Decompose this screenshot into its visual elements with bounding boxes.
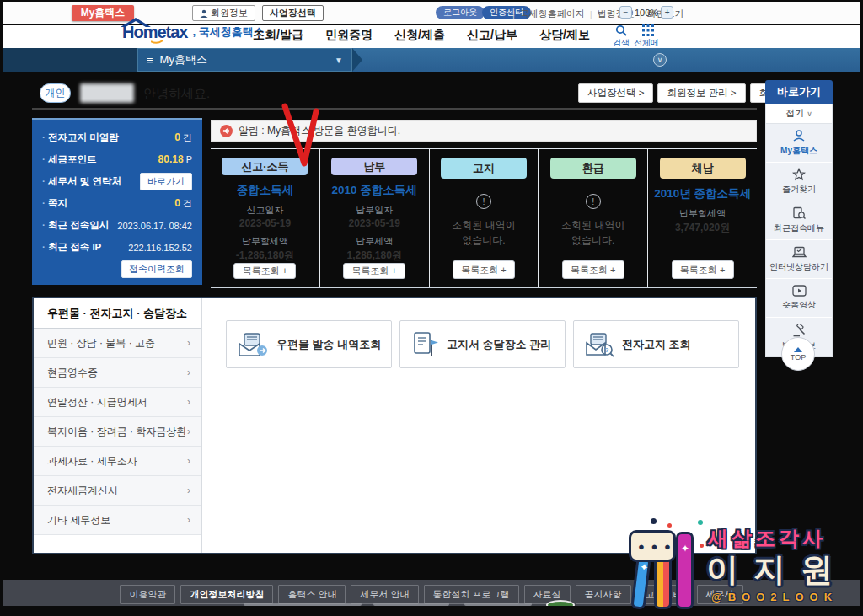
watermark-line2: 이지원 bbox=[706, 549, 848, 592]
tab-tax-data-audit[interactable]: 과세자료 · 세무조사› bbox=[34, 447, 201, 476]
quickbar-item-my-hometax[interactable]: My홈택스 bbox=[766, 124, 832, 163]
login-history-button[interactable]: 접속이력조회 bbox=[121, 260, 192, 278]
footer-tax-office-guide-button[interactable]: 세무서 안내 bbox=[351, 585, 418, 604]
nav-civil-cert[interactable]: 민원증명 bbox=[325, 28, 373, 43]
footer-hometax-guide-button[interactable]: 홈택스 안내 bbox=[278, 585, 346, 604]
stat-row-messages: 쪽지 0 건 bbox=[42, 194, 192, 212]
chevron-right-icon: › bbox=[187, 485, 190, 496]
house-roof-icon bbox=[119, 16, 158, 28]
search-button[interactable]: 검색 bbox=[607, 24, 635, 49]
card-badge[interactable]: 납부 bbox=[331, 158, 417, 175]
nav-report-pay[interactable]: 신고/납부 bbox=[467, 28, 517, 43]
watermark-speech-bubble: ● ● ● bbox=[629, 530, 676, 562]
chevron-right-icon: › bbox=[187, 455, 190, 467]
person-icon bbox=[792, 129, 806, 142]
watermark-line3: @BOO2LOOK bbox=[711, 591, 838, 603]
tab-mail-enotice-delivery[interactable]: 우편물 · 전자고지 · 송달장소 bbox=[34, 298, 201, 329]
list-inquiry-button[interactable]: 목록조회 + bbox=[562, 260, 624, 279]
zoom-in-button[interactable]: + bbox=[661, 6, 673, 19]
card-badge[interactable]: 고지 bbox=[441, 158, 527, 179]
user-type-badge: 개인 bbox=[40, 83, 71, 103]
nav-consult-report[interactable]: 상담/제보 bbox=[539, 28, 590, 43]
stat-row-tax-points: 세금포인트 80.18 P bbox=[42, 150, 192, 169]
quickbar-collapse-button[interactable]: 접기 ∨ bbox=[765, 104, 833, 124]
video-play-icon bbox=[792, 285, 807, 297]
list-inquiry-button[interactable]: 목록조회 + bbox=[343, 263, 405, 279]
card-title[interactable]: 2010년 종합소득세 bbox=[654, 186, 751, 201]
arrow-up-icon bbox=[794, 347, 802, 352]
nav-apply-submit[interactable]: 신청/제출 bbox=[394, 28, 445, 43]
recent-menu-icon bbox=[792, 206, 806, 220]
empty-message: 조회된 내역이 없습니다. bbox=[555, 217, 631, 248]
mail-send-icon bbox=[238, 332, 268, 357]
quickbar-item-short-video[interactable]: 숏폼영상 bbox=[766, 279, 832, 318]
global-nav: 조회/발급 민원증명 신청/제출 신고/납부 상담/제보 bbox=[253, 28, 590, 43]
stat-row-last-login: 최근 접속일시 2023.06.17. 08:42 bbox=[42, 217, 192, 235]
logout-button[interactable]: 로그아웃 bbox=[436, 6, 485, 19]
subnav-expand-icon[interactable]: ∨ bbox=[653, 53, 667, 67]
list-inquiry-button[interactable]: 목록조회 + bbox=[672, 260, 734, 279]
footer-notice-button[interactable]: 공지사항 bbox=[576, 585, 631, 604]
mail-section-menu: 우편물 · 전자고지 · 송달장소 민원 · 상담 · 불복 · 고충› 현금영… bbox=[34, 298, 202, 553]
quickbar-item-recent-menu[interactable]: 최근접속메뉴 bbox=[766, 201, 832, 240]
tab-e-tax-invoice[interactable]: 전자세금계산서› bbox=[34, 476, 201, 506]
card-badge[interactable]: 환급 bbox=[550, 158, 636, 179]
list-inquiry-button[interactable]: 목록조회 + bbox=[233, 263, 296, 279]
scroll-top-button[interactable]: TOP bbox=[781, 337, 815, 371]
card-delinquency: 체납 2010년 종합소득세 납부할세액 3,747,020원 목록조회 + bbox=[648, 149, 757, 287]
list-inquiry-button[interactable]: 목록조회 + bbox=[453, 260, 515, 279]
tab-welfare-subsidy[interactable]: 복지이음 · 장려금 · 학자금상환› bbox=[34, 417, 201, 447]
quickbar-title: 바로가기 bbox=[765, 80, 833, 104]
tab-year-end[interactable]: 연말정산 · 지급명세서› bbox=[34, 388, 201, 417]
laptop-icon bbox=[792, 246, 807, 259]
card-title[interactable]: 종합소득세 bbox=[237, 183, 294, 198]
logo-swoosh bbox=[151, 40, 163, 44]
member-info-manage-button[interactable]: 회원정보 관리 > bbox=[657, 83, 745, 103]
tab-other-tax-info[interactable]: 기타 세무정보› bbox=[34, 506, 201, 535]
card-badge[interactable]: 체납 bbox=[660, 158, 746, 179]
nts-homepage-link[interactable]: 국세청홈페이지 bbox=[520, 8, 585, 20]
quickbar-item-internet-consult[interactable]: 인터넷상담하기 bbox=[766, 240, 832, 279]
tax-office-shortcut-button[interactable]: 바로가기 bbox=[140, 173, 192, 190]
chevron-down-icon: ∨ bbox=[807, 110, 812, 118]
footer-install-program-button[interactable]: 통합설치 프로그램 bbox=[424, 585, 519, 604]
speaker-icon bbox=[220, 125, 233, 137]
tab-civil-consult[interactable]: 민원 · 상담 · 불복 · 고충› bbox=[34, 329, 201, 358]
empty-info-icon: ! bbox=[476, 194, 491, 209]
chevron-right-icon: › bbox=[187, 337, 190, 349]
svg-text:?: ? bbox=[605, 346, 609, 354]
tab-cash-receipt[interactable]: 현금영수증› bbox=[34, 358, 201, 388]
hometax-my-page: My홈택스 회원정보 사업장선택 로그아웃 인증센터 | 국세청홈페이지 | 법… bbox=[0, 0, 863, 616]
user-name-redacted bbox=[80, 83, 134, 103]
stat-row-last-ip: 최근 접속 IP 222.116.152.52 bbox=[42, 238, 192, 257]
card-refund: 환급 ! 조회된 내역이 없습니다. 목록조회 + bbox=[539, 149, 648, 287]
card-notice: 고지 ! 조회된 내역이 없습니다. 목록조회 + bbox=[430, 149, 539, 287]
gavel-icon bbox=[792, 324, 807, 337]
zoom-out-button[interactable]: − bbox=[619, 6, 632, 19]
business-select-button[interactable]: 사업장선택 > bbox=[578, 83, 653, 103]
card-title[interactable]: 2010 종합소득세 bbox=[332, 183, 417, 198]
grid-menu-icon bbox=[642, 24, 654, 36]
search-icon bbox=[615, 24, 627, 36]
zoom-controls: − 100% + bbox=[619, 6, 673, 19]
mail-history-link[interactable]: 우편물 발송 내역조회 bbox=[226, 320, 392, 368]
footer-terms-button[interactable]: 이용약관 bbox=[120, 585, 175, 604]
business-select-top-button[interactable]: 사업장선택 bbox=[262, 5, 324, 21]
member-info-button[interactable]: 회원정보 bbox=[192, 5, 255, 21]
footer-privacy-button[interactable]: 개인정보처리방침 bbox=[180, 585, 273, 604]
dropdown-caret-icon: ▼ bbox=[335, 56, 343, 65]
e-notice-inquiry-link[interactable]: ? 전자고지 조회 bbox=[573, 320, 739, 368]
sub-nav-left bbox=[3, 48, 137, 72]
notice-delivery-place-link[interactable]: 고지서 송달장소 관리 bbox=[399, 320, 566, 368]
hometax-logo[interactable]: Hometax , 국세청홈택스 bbox=[122, 24, 265, 40]
empty-info-icon: ! bbox=[586, 194, 601, 209]
quickbar-item-favorites[interactable]: 즐겨찾기 bbox=[766, 163, 832, 201]
content-divider bbox=[32, 108, 757, 110]
chevron-right-icon: › bbox=[187, 367, 190, 378]
star-icon bbox=[792, 168, 806, 181]
my-hometax-dropdown[interactable]: ≡ My홈택스 ▼ bbox=[137, 48, 352, 72]
stat-row-unread-notice: 전자고지 미열람 0 건 bbox=[42, 128, 192, 147]
nav-inquiry-issue[interactable]: 조회/발급 bbox=[253, 28, 303, 43]
user-stats-panel: 전자고지 미열람 0 건 세금포인트 80.18 P 세무서 및 연락처 바로가… bbox=[32, 118, 202, 285]
hamburger-icon: ≡ bbox=[147, 54, 153, 67]
